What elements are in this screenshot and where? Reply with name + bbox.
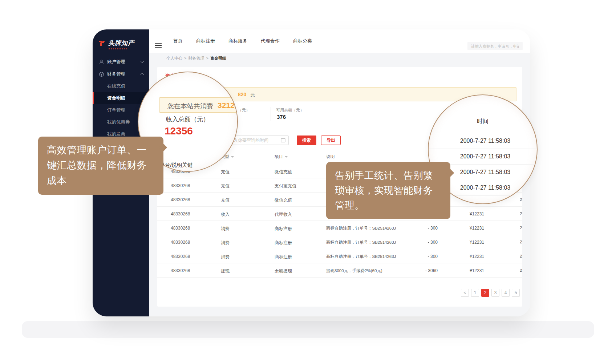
main-nav: 首页 商标注册 商标服务 代理合作 商标分类 xyxy=(173,29,312,53)
pagination-page-3[interactable]: 3 xyxy=(491,289,499,297)
nav-tab-home[interactable]: 首页 xyxy=(173,38,183,44)
brand-logo-text: 头牌知产 xyxy=(108,39,134,47)
time-column-header: 时间 xyxy=(429,118,537,125)
sidebar-item-finance[interactable]: 财务管理 xyxy=(93,68,149,80)
sort-caret-icon xyxy=(231,156,234,158)
nav-tab-trademark-category[interactable]: 商标分类 xyxy=(293,38,312,44)
search-button[interactable]: 搜索 xyxy=(297,136,316,145)
brand-logo-icon xyxy=(98,40,106,47)
col-header-project[interactable]: 项目 xyxy=(275,154,288,159)
table-row[interactable]: 48330268消费商标注册商标自助注册，订单号：SB2514263J- 300… xyxy=(157,249,522,263)
sidebar-item-online-recharge[interactable]: 在线充值 xyxy=(93,80,149,92)
user-icon xyxy=(99,59,104,65)
income-total-value: 12356 xyxy=(165,125,193,137)
calendar-icon xyxy=(281,138,285,142)
breadcrumb-item[interactable]: 个人中心 xyxy=(166,56,182,60)
nav-tab-trademark-register[interactable]: 商标注册 xyxy=(196,38,215,44)
laptop-base xyxy=(22,321,594,338)
sort-caret-icon xyxy=(285,156,288,158)
logo[interactable]: 头牌知产 xyxy=(98,39,134,47)
pagination-page-4[interactable]: 4 xyxy=(502,289,510,297)
time-cell: 2000-7-27 11:58:03 xyxy=(429,133,537,149)
callout-right: 告别手工统计、告别繁琐审核，实现智能财务管理。 xyxy=(326,162,450,219)
stat-expense-label-partial: （元） xyxy=(238,108,250,113)
banner-amount: 820 xyxy=(238,92,246,97)
pagination: < 1 2 3 4 5 xyxy=(461,289,522,297)
pagination-next-button[interactable] xyxy=(522,289,522,297)
finance-icon xyxy=(99,72,104,77)
divider xyxy=(271,107,271,121)
pagination-page-1[interactable]: 1 xyxy=(471,289,479,297)
sidebar-item-funds-detail[interactable]: 资金明细 xyxy=(93,92,149,104)
pagination-page-2[interactable]: 2 xyxy=(481,289,489,297)
breadcrumb: 个人中心>财务管理>资金明细 xyxy=(166,56,226,61)
table-row[interactable]: 48330268提现余额提现提现3000元，手续费2%(60元)- 3060¥1… xyxy=(157,263,522,278)
table-row[interactable]: 48330268消费商标注册商标自助注册，订单号：SB2514263J- 300… xyxy=(157,235,522,249)
hamburger-menu-icon[interactable] xyxy=(155,43,162,48)
chevron-down-icon xyxy=(141,60,144,63)
callout-left: 高效管理账户订单、一键汇总数据，降低财务成本 xyxy=(38,137,163,195)
stat-balance-label: 可用余额（元） xyxy=(276,108,304,113)
table-row[interactable]: 48330268消费商标注册商标自助注册，订单号：SB2514263J- 300… xyxy=(157,221,522,235)
breadcrumb-item[interactable]: 财务管理 xyxy=(188,56,204,60)
banner-unit: 元 xyxy=(250,92,255,98)
breadcrumb-separator: > xyxy=(184,56,186,60)
logo-tagline xyxy=(109,48,127,49)
breadcrumb-current: 资金明细 xyxy=(210,56,226,60)
export-button[interactable]: 导出 xyxy=(321,136,341,145)
topbar: 首页 商标注册 商标服务 代理合作 商标分类 xyxy=(149,29,530,53)
nav-tab-agency[interactable]: 代理合作 xyxy=(261,38,280,44)
col-header-desc: 说明 xyxy=(326,154,335,159)
pagination-prev-button[interactable]: < xyxy=(461,289,469,297)
chevron-up-icon xyxy=(141,73,144,77)
trademark-search-input[interactable] xyxy=(467,42,523,50)
sidebar-item-account[interactable]: 账户管理 xyxy=(93,56,149,68)
income-total-label: 收入总额（元） xyxy=(166,115,209,124)
pagination-page-5[interactable]: 5 xyxy=(512,289,520,297)
nav-tab-trademark-service[interactable]: 商标服务 xyxy=(228,38,247,44)
magnified-consumption-banner: 您在本站共消费 32124 xyxy=(159,97,238,113)
stat-balance-value: 376 xyxy=(277,114,286,120)
breadcrumb-separator: > xyxy=(206,56,208,60)
